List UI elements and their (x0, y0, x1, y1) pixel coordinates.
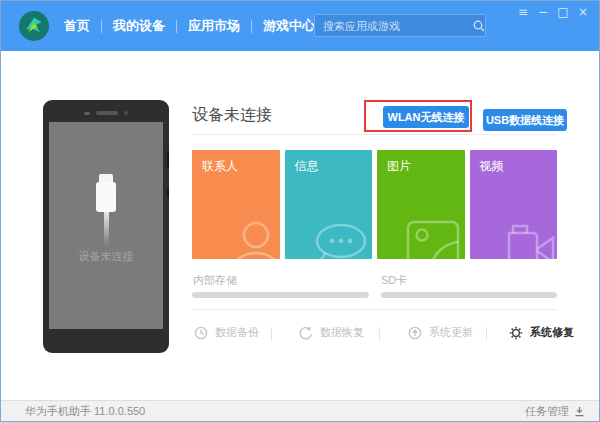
action-separator (379, 327, 380, 341)
message-icon (308, 221, 370, 259)
data-restore-action[interactable]: 数据恢复 (299, 325, 364, 340)
action-separator (271, 327, 272, 341)
download-tray-icon (574, 406, 585, 417)
update-arrow-icon (408, 326, 422, 340)
phone-illustration: 设备未连接 (43, 100, 169, 353)
active-nav-dot (75, 53, 80, 58)
search-icon[interactable] (473, 20, 485, 32)
phone-side-button (167, 189, 169, 197)
top-navbar: 首页 我的设备 应用市场 游戏中心 更多服务 ≡ − □ × (1, 1, 599, 51)
contact-icon (224, 219, 280, 259)
maximize-icon[interactable]: □ (555, 4, 571, 20)
tile-messages[interactable]: 信息 (285, 150, 373, 259)
task-manager-button[interactable]: 任务管理 (525, 404, 585, 419)
usb-plug-icon (96, 182, 116, 212)
sd-card-label: SD卡 (381, 273, 407, 288)
menu-icon[interactable]: ≡ (515, 4, 531, 20)
restore-arrow-icon (299, 326, 313, 340)
internal-storage-bar (192, 292, 369, 298)
tile-videos[interactable]: 视频 (470, 150, 558, 259)
picture-icon (405, 219, 461, 259)
hisuite-window: 首页 我的设备 应用市场 游戏中心 更多服务 ≡ − □ × (0, 0, 600, 422)
divider (192, 309, 557, 310)
system-repair-action[interactable]: 系统修复 (509, 325, 574, 340)
phone-side-button (167, 151, 169, 168)
nav-item-home[interactable]: 首页 (53, 17, 101, 35)
sd-card-bar (381, 292, 557, 298)
gear-icon (509, 326, 523, 340)
tile-pictures[interactable]: 图片 (377, 150, 465, 259)
nav-item-app-market[interactable]: 应用市场 (177, 17, 251, 35)
action-separator (486, 327, 487, 341)
phone-screen: 设备未连接 (49, 122, 163, 329)
usb-connect-button[interactable]: USB数据线连接 (483, 109, 567, 131)
phone-status-label: 设备未连接 (49, 249, 163, 264)
wlan-connect-button[interactable]: WLAN无线连接 (383, 106, 469, 128)
system-update-action[interactable]: 系统更新 (408, 325, 473, 340)
video-icon (501, 219, 557, 259)
data-backup-action[interactable]: 数据备份 (194, 325, 259, 340)
internal-storage-label: 内部存储 (193, 273, 237, 288)
hisuite-logo-icon (19, 11, 49, 41)
close-icon[interactable]: × (575, 4, 591, 20)
category-tiles: 联系人 信息 图片 视频 (192, 150, 557, 259)
window-controls: ≡ − □ × (515, 4, 591, 20)
minimize-icon[interactable]: − (535, 4, 551, 20)
tile-contacts[interactable]: 联系人 (192, 150, 280, 259)
search-input[interactable] (315, 20, 473, 32)
usb-cable (104, 212, 109, 246)
status-bar: 华为手机助手 11.0.0.550 任务管理 (1, 400, 599, 421)
phone-speaker (43, 109, 169, 117)
app-version-label: 华为手机助手 11.0.0.550 (25, 404, 145, 419)
backup-clock-icon (194, 326, 208, 340)
nav-item-my-device[interactable]: 我的设备 (102, 17, 176, 35)
page-title: 设备未连接 (192, 105, 272, 126)
search-box[interactable] (314, 14, 486, 37)
divider (192, 134, 557, 135)
